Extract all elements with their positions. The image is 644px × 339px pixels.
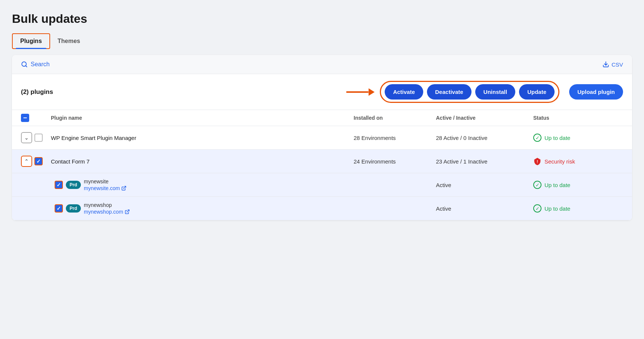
site-url-mynewshop: mynewshop.com <box>84 209 123 215</box>
row-controls-wp-engine: ⌄ <box>21 132 51 143</box>
search-link[interactable]: Search <box>21 61 50 68</box>
site-name-block-mynewshop: mynewshop mynewshop.com <box>84 202 130 215</box>
site-name-block-mynewsite: mynewsite mynewsite.com <box>84 178 126 191</box>
active-inactive-mynewshop: Active <box>436 205 533 212</box>
external-link-icon-mynewshop <box>125 209 130 214</box>
svg-line-5 <box>127 210 129 212</box>
action-buttons-group: Activate Deactivate Uninstall Update <box>380 81 559 103</box>
download-icon <box>602 61 609 68</box>
row-controls-cf7: ⌃ ✓ <box>21 156 51 167</box>
active-inactive-cf7: 23 Active / 1 Inactive <box>436 158 533 165</box>
status-label-mynewsite: Up to date <box>544 182 570 188</box>
search-icon <box>21 61 28 68</box>
tab-plugins[interactable]: Plugins <box>12 33 50 49</box>
svg-line-4 <box>123 186 126 189</box>
header-plugin-name: Plugin name <box>51 115 354 121</box>
search-bar: Search CSV <box>12 55 632 74</box>
checkmark-icon: ✓ <box>36 158 41 164</box>
site-link-mynewshop[interactable]: mynewshop.com <box>84 209 130 215</box>
header-checkbox-cell: − <box>21 114 51 122</box>
minus-icon: − <box>23 114 27 121</box>
installed-on-wp-engine: 28 Environments <box>354 135 436 141</box>
header-installed-on: Installed on <box>354 115 436 121</box>
installed-on-cf7: 24 Environments <box>354 158 436 165</box>
checkmark-icon-mynewsite: ✓ <box>57 182 61 188</box>
table-row-contact-form-7: ⌃ ✓ Contact Form 7 24 Environments 23 Ac… <box>12 150 632 173</box>
plugin-name-cf7: Contact Form 7 <box>51 158 354 165</box>
table-row: ⌄ WP Engine Smart Plugin Manager 28 Envi… <box>12 126 632 150</box>
update-button[interactable]: Update <box>519 84 555 100</box>
select-all-checkbox[interactable]: − <box>21 114 29 122</box>
sub-row-content-mynewshop: ✓ Prd mynewshop mynewshop.com <box>51 202 354 215</box>
active-inactive-mynewsite: Active <box>436 182 533 188</box>
csv-link[interactable]: CSV <box>602 61 623 68</box>
deactivate-button[interactable]: Deactivate <box>427 84 471 100</box>
page-title: Bulk updates <box>12 12 632 26</box>
csv-label: CSV <box>611 61 623 68</box>
env-badge-mynewsite: Prd <box>66 181 81 189</box>
status-cf7: ! Security risk <box>533 157 623 165</box>
svg-text:!: ! <box>537 159 538 164</box>
status-wp-engine: ✓ Up to date <box>533 134 623 142</box>
uninstall-button[interactable]: Uninstall <box>475 84 515 100</box>
env-badge-mynewshop: Prd <box>66 204 81 213</box>
plugins-count: (2) plugins <box>21 88 53 96</box>
external-link-icon-mynewsite <box>121 186 126 191</box>
main-card: Search CSV (2) plugins Activate Deactiva… <box>12 55 632 220</box>
site-name-mynewshop: mynewshop <box>84 202 130 208</box>
expand-button-wp-engine[interactable]: ⌄ <box>21 132 32 143</box>
tab-themes[interactable]: Themes <box>50 33 88 49</box>
site-url-mynewsite: mynewsite.com <box>84 185 120 191</box>
bulk-action-arrow <box>346 88 375 96</box>
checkbox-mynewshop[interactable]: ✓ <box>55 204 63 213</box>
checkbox-cf7[interactable]: ✓ <box>34 157 43 165</box>
activate-button[interactable]: Activate <box>385 84 423 100</box>
status-mynewshop: ✓ Up to date <box>533 204 623 213</box>
status-icon-mynewshop: ✓ <box>533 204 541 213</box>
site-name-mynewsite: mynewsite <box>84 178 126 184</box>
status-label-cf7: Security risk <box>544 158 575 165</box>
status-icon-mynewsite: ✓ <box>533 181 541 189</box>
tabs-container: Plugins Themes <box>12 33 632 49</box>
sub-row-content-mynewsite: ✓ Prd mynewsite mynewsite.com <box>51 178 354 191</box>
security-risk-icon: ! <box>533 157 541 165</box>
status-icon-check: ✓ <box>533 134 541 142</box>
checkbox-mynewsite[interactable]: ✓ <box>55 181 63 189</box>
status-label-mynewshop: Up to date <box>544 205 570 212</box>
site-link-mynewsite[interactable]: mynewsite.com <box>84 185 126 191</box>
svg-line-1 <box>25 65 27 67</box>
bulk-actions-row: (2) plugins Activate Deactivate Uninstal… <box>12 74 632 110</box>
plugin-name-wp-engine: WP Engine Smart Plugin Manager <box>51 135 354 141</box>
status-mynewsite: ✓ Up to date <box>533 181 623 189</box>
active-inactive-wp-engine: 28 Active / 0 Inactive <box>436 135 533 141</box>
checkmark-icon-mynewshop: ✓ <box>57 205 61 211</box>
status-label-wp-engine: Up to date <box>544 135 570 141</box>
sub-row-mynewshop: ✓ Prd mynewshop mynewshop.com Active ✓ U… <box>12 197 632 220</box>
checkbox-wp-engine[interactable] <box>34 134 43 142</box>
header-active-inactive: Active / Inactive <box>436 115 533 121</box>
table-header: − Plugin name Installed on Active / Inac… <box>12 110 632 126</box>
header-status: Status <box>533 115 623 121</box>
sub-row-mynewsite: ✓ Prd mynewsite mynewsite.com Active ✓ U… <box>12 173 632 197</box>
collapse-button-cf7[interactable]: ⌃ <box>21 156 32 167</box>
upload-plugin-button[interactable]: Upload plugin <box>569 84 623 100</box>
search-label: Search <box>31 61 50 68</box>
